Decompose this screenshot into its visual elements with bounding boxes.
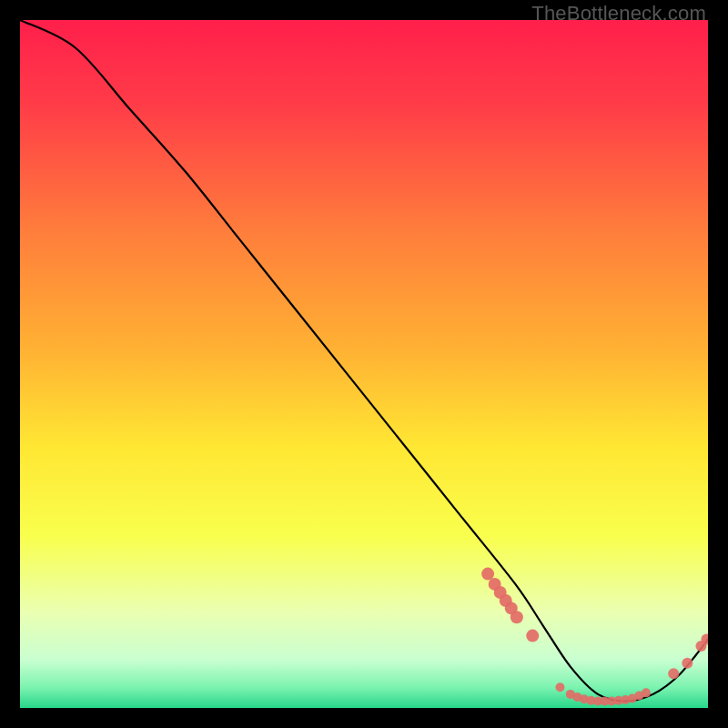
data-marker	[642, 688, 651, 697]
chart-frame: TheBottleneck.com	[0, 0, 728, 728]
data-marker	[555, 682, 564, 692]
data-marker	[526, 630, 539, 642]
gradient-background	[20, 20, 708, 708]
data-marker	[682, 658, 693, 669]
data-marker	[668, 668, 679, 679]
chart-svg	[20, 20, 708, 708]
data-marker	[511, 611, 523, 623]
